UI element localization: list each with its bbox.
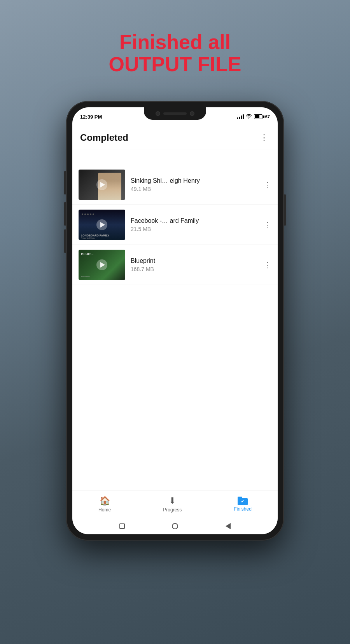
recent-apps-button[interactable] xyxy=(118,522,126,530)
battery-icon: 67 xyxy=(254,114,270,119)
android-nav-bar xyxy=(72,518,278,534)
notch xyxy=(144,107,206,120)
file-info-2: Facebook -… ard Family 21.5 MB xyxy=(131,217,258,232)
status-icons: 67 xyxy=(237,114,270,119)
app-bar: Completed ⋮ xyxy=(72,126,278,149)
download-icon: ⬇ xyxy=(169,496,176,506)
file-size: 21.5 MB xyxy=(131,226,258,232)
item-more-button-2[interactable]: ⋮ xyxy=(264,220,271,229)
thumbnail-1 xyxy=(79,170,125,200)
earpiece-speaker xyxy=(163,112,187,115)
file-info-1: Sinking Shi… eigh Henry 49.1 MB xyxy=(131,177,258,192)
file-list: Sinking Shi… eigh Henry 49.1 MB ⋮ LONGBO… xyxy=(72,149,278,490)
back-icon xyxy=(226,523,231,529)
back-button[interactable] xyxy=(224,522,232,530)
file-name: Sinking Shi… eigh Henry xyxy=(131,177,258,184)
wifi-icon xyxy=(246,114,252,119)
folder-check-icon: ✓ xyxy=(238,497,248,505)
list-item[interactable]: Sinking Shi… eigh Henry 49.1 MB ⋮ xyxy=(72,165,278,205)
nav-label-progress: Progress xyxy=(163,507,182,513)
status-time: 12:39 PM xyxy=(80,114,102,120)
circle-icon xyxy=(172,523,178,529)
thumbnail-text: LONGBOARD FAMILY xyxy=(81,234,109,237)
header-text: Finished all OUTPUT FILE xyxy=(0,31,350,75)
nav-label-finished: Finished xyxy=(234,506,252,512)
thumbnail-2: LONGBOARD FAMILY Presented Story xyxy=(79,210,125,240)
list-item[interactable]: LONGBOARD FAMILY Presented Story Faceboo… xyxy=(72,205,278,245)
status-bar: 12:39 PM xyxy=(72,107,278,126)
nav-item-home[interactable]: 🏠 Home xyxy=(98,496,111,513)
sensor xyxy=(190,111,194,116)
item-more-button-1[interactable]: ⋮ xyxy=(264,180,271,189)
thumbnail-text: BLUR... xyxy=(81,252,94,256)
app-title: Completed xyxy=(80,132,258,143)
file-info-3: Blueprint 168.7 MB xyxy=(131,257,258,272)
list-item[interactable]: BLUR... shimano Blueprint 168.7 MB ⋮ xyxy=(72,245,278,285)
thumbnail-sub: Presented Story xyxy=(81,237,95,239)
phone-shell: 12:39 PM xyxy=(66,101,284,541)
item-more-button-3[interactable]: ⋮ xyxy=(264,260,271,270)
file-name: Facebook -… ard Family xyxy=(131,217,258,224)
overflow-menu-button[interactable]: ⋮ xyxy=(258,131,270,144)
app-content: Completed ⋮ Sinking Shi… eigh Henry xyxy=(72,126,278,534)
thumbnail-brand: shimano xyxy=(81,275,90,278)
file-size: 49.1 MB xyxy=(131,186,258,192)
phone-screen: 12:39 PM xyxy=(72,107,278,534)
file-name: Blueprint xyxy=(131,257,258,264)
header-line1: Finished all xyxy=(0,31,350,53)
signal-icon xyxy=(237,114,244,119)
nav-item-progress[interactable]: ⬇ Progress xyxy=(163,496,182,513)
nav-label-home: Home xyxy=(98,507,111,513)
play-button xyxy=(96,259,107,270)
home-icon: 🏠 xyxy=(100,496,110,506)
play-button xyxy=(96,179,107,190)
thumbnail-3: BLUR... shimano xyxy=(79,250,125,280)
square-icon xyxy=(119,523,125,529)
bottom-nav: 🏠 Home ⬇ Progress ✓ Finished xyxy=(72,490,278,518)
file-size: 168.7 MB xyxy=(131,266,258,272)
nav-item-finished[interactable]: ✓ Finished xyxy=(234,497,252,512)
play-button xyxy=(96,219,107,230)
home-button[interactable] xyxy=(171,522,179,530)
decoration xyxy=(82,214,94,215)
header-line2: OUTPUT FILE xyxy=(0,53,350,75)
front-camera xyxy=(156,111,160,116)
spacer xyxy=(72,149,278,165)
